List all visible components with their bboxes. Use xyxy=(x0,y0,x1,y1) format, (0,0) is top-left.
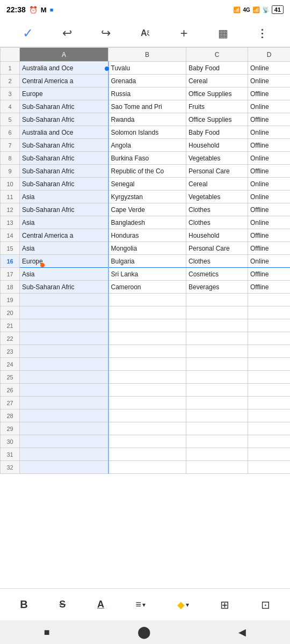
cell-b[interactable] xyxy=(108,319,186,332)
cell-b[interactable] xyxy=(108,345,186,358)
cell-a[interactable] xyxy=(20,461,108,474)
table-row-empty[interactable]: 26 xyxy=(1,384,291,397)
table-row-empty[interactable]: 20 xyxy=(1,306,291,319)
cell-d[interactable] xyxy=(248,306,291,319)
cell-b[interactable]: Honduras xyxy=(108,229,186,242)
cell-b[interactable] xyxy=(108,435,186,448)
table-row-empty[interactable]: 29 xyxy=(1,422,291,435)
cell-d[interactable]: Online xyxy=(248,62,291,75)
cell-a[interactable]: Asia xyxy=(20,191,108,203)
cell-a[interactable] xyxy=(20,409,108,422)
cell-c[interactable]: Clothes xyxy=(186,255,248,268)
cell-d[interactable] xyxy=(248,397,291,409)
cell-c[interactable]: Household xyxy=(186,229,248,242)
bold-button[interactable]: B xyxy=(17,595,31,614)
table-row[interactable]: 7Sub-Saharan AfricAngolaHouseholdOffline xyxy=(1,139,291,152)
cell-c[interactable]: Vegetables xyxy=(186,152,248,165)
back-button[interactable]: ◀ xyxy=(238,626,246,638)
cell-a[interactable] xyxy=(20,345,108,358)
cell-a[interactable]: Sub-Saharan Afric xyxy=(20,178,108,191)
cell-c[interactable]: Cereal xyxy=(186,178,248,191)
table-row[interactable]: 14Central America aHondurasHouseholdOffl… xyxy=(1,229,291,242)
cell-b[interactable]: Burkina Faso xyxy=(108,152,186,165)
cell-c[interactable] xyxy=(186,371,248,384)
table-row[interactable]: 11AsiaKyrgyzstanVegetablesOnline xyxy=(1,191,291,203)
cell-a[interactable] xyxy=(20,422,108,435)
cell-c[interactable] xyxy=(186,422,248,435)
cell-d[interactable]: Online xyxy=(248,216,291,229)
cell-b[interactable]: Mongolia xyxy=(108,242,186,255)
cell-a[interactable]: Asia xyxy=(20,268,108,281)
cell-a[interactable] xyxy=(20,358,108,371)
cell-b[interactable] xyxy=(108,397,186,409)
cell-a[interactable]: Central America a xyxy=(20,75,108,87)
cell-d[interactable]: Offline xyxy=(248,165,291,178)
cell-c[interactable] xyxy=(186,345,248,358)
cell-c[interactable] xyxy=(186,319,248,332)
strikethrough-button[interactable]: S xyxy=(56,596,69,613)
table-row[interactable]: 6Australia and OceSolomon IslandsBaby Fo… xyxy=(1,126,291,139)
cell-b[interactable]: Grenada xyxy=(108,75,186,87)
cell-a[interactable]: Sub-Saharan Afric xyxy=(20,281,108,294)
cell-d[interactable]: Online xyxy=(248,255,291,268)
fill-color-button[interactable]: ◆ ▾ xyxy=(174,596,192,614)
cell-b[interactable]: Kyrgyzstan xyxy=(108,191,186,203)
cell-a[interactable]: Sub-Saharan Afric xyxy=(20,100,108,113)
cell-c[interactable] xyxy=(186,294,248,306)
cell-a[interactable]: Asia xyxy=(20,242,108,255)
cell-b[interactable]: Senegal xyxy=(108,178,186,191)
table-row[interactable]: 17AsiaSri LankaCosmeticsOffline xyxy=(1,268,291,281)
cell-c[interactable]: Cosmetics xyxy=(186,268,248,281)
cell-a[interactable] xyxy=(20,319,108,332)
cell-c[interactable]: Clothes xyxy=(186,203,248,216)
cell-b[interactable]: Russia xyxy=(108,87,186,100)
table-row-empty[interactable]: 27 xyxy=(1,397,291,409)
cell-a[interactable] xyxy=(20,371,108,384)
table-row[interactable]: 18Sub-Saharan AfricCameroonBeveragesOffl… xyxy=(1,281,291,294)
table-row-empty[interactable]: 25 xyxy=(1,371,291,384)
cell-d[interactable]: Offline xyxy=(248,281,291,294)
cell-c[interactable]: Personal Care xyxy=(186,242,248,255)
table-row-empty[interactable]: 22 xyxy=(1,332,291,345)
cell-c[interactable] xyxy=(186,306,248,319)
cell-c[interactable] xyxy=(186,358,248,371)
cell-c[interactable]: Personal Care xyxy=(186,165,248,178)
col-c-header[interactable]: C xyxy=(186,48,248,62)
cell-a[interactable]: Asia xyxy=(20,216,108,229)
table-row[interactable]: 5Sub-Saharan AfricRwandaOffice SuppliesO… xyxy=(1,113,291,126)
cell-c[interactable] xyxy=(186,332,248,345)
table-row-empty[interactable]: 19 xyxy=(1,294,291,306)
cell-b[interactable] xyxy=(108,332,186,345)
cell-a[interactable] xyxy=(20,384,108,397)
table-row-empty[interactable]: 32 xyxy=(1,461,291,474)
cell-b[interactable]: Rwanda xyxy=(108,113,186,126)
cell-d[interactable]: Offline xyxy=(248,268,291,281)
cell-d[interactable] xyxy=(248,358,291,371)
cell-c[interactable]: Household xyxy=(186,139,248,152)
cell-b[interactable]: Bulgaria xyxy=(108,255,186,268)
cell-d[interactable]: Offline xyxy=(248,203,291,216)
table-row[interactable]: 8Sub-Saharan AfricBurkina FasoVegetables… xyxy=(1,152,291,165)
align-button[interactable]: ≡ ▾ xyxy=(132,596,149,613)
table-row-empty[interactable]: 21 xyxy=(1,319,291,332)
cell-a[interactable] xyxy=(20,294,108,306)
table-row-empty[interactable]: 24 xyxy=(1,358,291,371)
cell-b[interactable] xyxy=(108,384,186,397)
cell-d[interactable]: Online xyxy=(248,126,291,139)
cell-d[interactable] xyxy=(248,448,291,461)
cell-b[interactable]: Bangladesh xyxy=(108,216,186,229)
add-button[interactable]: + xyxy=(175,24,194,43)
cell-d[interactable]: Offline xyxy=(248,87,291,100)
cell-d[interactable] xyxy=(248,461,291,474)
cell-a[interactable]: Europe xyxy=(20,87,108,100)
cell-d[interactable]: Offline xyxy=(248,242,291,255)
col-a-header[interactable]: A xyxy=(20,48,108,62)
cell-b[interactable]: Republic of the Co xyxy=(108,165,186,178)
cell-c[interactable]: Office Supplies xyxy=(186,113,248,126)
cell-b[interactable]: Cape Verde xyxy=(108,203,186,216)
table-row[interactable]: 10Sub-Saharan AfricSenegalCerealOnline xyxy=(1,178,291,191)
cell-d[interactable] xyxy=(248,422,291,435)
table-row-empty[interactable]: 30 xyxy=(1,435,291,448)
cell-b[interactable]: Solomon Islands xyxy=(108,126,186,139)
cell-a[interactable]: Central America a xyxy=(20,229,108,242)
